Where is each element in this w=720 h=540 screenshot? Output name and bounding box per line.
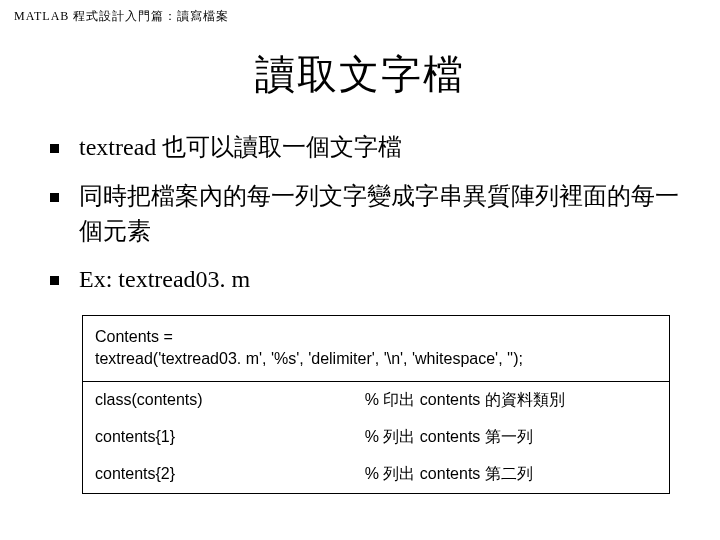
code-header: Contents = textread('textread03. m', '%s… (83, 316, 669, 382)
code-line: textread('textread03. m', '%s', 'delimit… (95, 348, 657, 370)
code-line: Contents = (95, 326, 657, 348)
code-comment: % 列出 contents 第二列 (365, 464, 657, 485)
code-comment: % 列出 contents 第一列 (365, 427, 657, 448)
list-item: Ex: textread03. m (50, 262, 690, 297)
list-item: textread 也可以讀取一個文字檔 (50, 130, 690, 165)
bullet-icon (50, 276, 59, 285)
code-left: contents{2} (95, 464, 365, 485)
list-item: 同時把檔案內的每一列文字變成字串異質陣列裡面的每一個元素 (50, 179, 690, 249)
bullet-text: textread 也可以讀取一個文字檔 (79, 130, 402, 165)
code-row: class(contents) % 印出 contents 的資料類別 (83, 382, 669, 419)
bullet-icon (50, 144, 59, 153)
code-left: class(contents) (95, 390, 365, 411)
code-left: contents{1} (95, 427, 365, 448)
code-comment: % 印出 contents 的資料類別 (365, 390, 657, 411)
bullet-list: textread 也可以讀取一個文字檔 同時把檔案內的每一列文字變成字串異質陣列… (0, 130, 720, 297)
code-example-box: Contents = textread('textread03. m', '%s… (82, 315, 670, 494)
slide-title: 讀取文字檔 (0, 47, 720, 102)
page-header: MATLAB 程式設計入門篇：讀寫檔案 (0, 0, 720, 25)
code-row: contents{2} % 列出 contents 第二列 (83, 456, 669, 493)
bullet-icon (50, 193, 59, 202)
code-row: contents{1} % 列出 contents 第一列 (83, 419, 669, 456)
bullet-text: Ex: textread03. m (79, 262, 250, 297)
bullet-text: 同時把檔案內的每一列文字變成字串異質陣列裡面的每一個元素 (79, 179, 690, 249)
